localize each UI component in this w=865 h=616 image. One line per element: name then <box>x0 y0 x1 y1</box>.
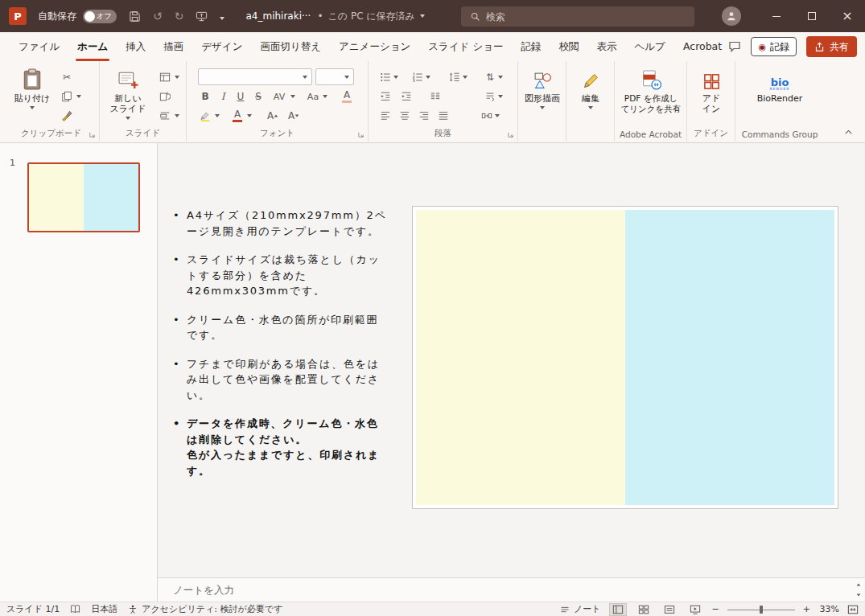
align-left-button[interactable] <box>377 108 394 124</box>
columns-button[interactable] <box>426 88 444 105</box>
text-highlight-chevron[interactable] <box>214 108 220 124</box>
bullets-chevron[interactable] <box>393 69 399 85</box>
tab-アニメーション[interactable]: アニメーション <box>330 32 419 61</box>
document-title[interactable]: a4_mihiraki··· <box>245 10 311 22</box>
character-spacing-chevron[interactable] <box>290 88 296 105</box>
bullets-button[interactable] <box>377 69 394 85</box>
language-indicator[interactable]: 日本語 <box>91 603 117 615</box>
numbering-button[interactable] <box>409 69 426 85</box>
font-color-chevron[interactable] <box>246 108 253 124</box>
notes-toggle-button[interactable]: ノート <box>560 603 601 615</box>
tab-表示[interactable]: 表示 <box>588 32 626 61</box>
present-icon[interactable] <box>196 10 208 23</box>
record-button[interactable]: ◉ 記録 <box>751 37 797 56</box>
font-dialog-launcher[interactable] <box>357 131 365 138</box>
character-spacing-button[interactable]: AV <box>269 88 290 105</box>
create-pdf-button[interactable]: PDF を作成し てリンクを共有 <box>617 65 685 114</box>
bold-button[interactable]: B <box>196 88 214 105</box>
editing-button[interactable]: 編集 <box>570 65 611 109</box>
tab-描画[interactable]: 描画 <box>154 32 192 61</box>
section-button[interactable] <box>156 108 174 124</box>
tab-画面切り替え[interactable]: 画面切り替え <box>251 32 330 61</box>
tab-スライド ショー[interactable]: スライド ショー <box>419 32 512 61</box>
redo-icon[interactable]: ↻ <box>175 10 184 22</box>
tab-デザイン[interactable]: デザイン <box>192 32 251 61</box>
maximize-button[interactable] <box>794 0 830 32</box>
copy-chevron[interactable] <box>76 88 82 105</box>
biorender-button[interactable]: bioRENDER BioRender <box>739 65 820 104</box>
search-input[interactable] <box>486 11 679 23</box>
addins-button[interactable]: アド イン <box>690 65 732 114</box>
share-button[interactable]: 共有 <box>806 36 857 57</box>
smartart-chevron[interactable] <box>494 108 500 124</box>
avatar[interactable] <box>722 6 741 26</box>
tab-校閲[interactable]: 校閲 <box>550 32 588 61</box>
change-case-chevron[interactable] <box>322 88 328 105</box>
tab-挿入[interactable]: 挿入 <box>117 32 154 61</box>
vertical-align-chevron[interactable] <box>497 69 504 85</box>
clear-formatting-button[interactable]: A <box>338 88 356 105</box>
notes-scrollbar[interactable] <box>854 580 863 600</box>
save-icon[interactable] <box>129 10 141 23</box>
vertical-align-button[interactable]: ⇅ <box>481 69 499 85</box>
new-slide-button[interactable]: 新しい スライド <box>105 65 151 120</box>
cut-button[interactable]: ✂ <box>58 69 76 85</box>
paste-button[interactable]: 貼り付け <box>11 65 53 109</box>
format-painter-button[interactable] <box>58 108 76 124</box>
font-size-select[interactable] <box>315 68 354 85</box>
line-spacing-button[interactable] <box>446 69 463 85</box>
line-spacing-chevron[interactable] <box>462 69 468 85</box>
undo-icon[interactable]: ↺ <box>153 10 163 22</box>
powerpoint-logo[interactable]: P <box>9 7 27 25</box>
slideshow-button[interactable] <box>686 603 704 616</box>
tab-Acrobat[interactable]: Acrobat <box>674 32 731 61</box>
save-status[interactable]: • この PC に保存済み <box>317 10 424 23</box>
tab-ファイル[interactable]: ファイル <box>10 32 68 61</box>
text-direction-chevron[interactable] <box>497 88 504 105</box>
scroll-down-icon[interactable] <box>854 590 863 600</box>
slide-sorter-view-button[interactable] <box>635 603 653 616</box>
font-name-select[interactable] <box>198 68 312 85</box>
text-direction-button[interactable] <box>481 88 499 105</box>
fit-slide-button[interactable] <box>847 604 859 615</box>
grow-font-button[interactable]: A <box>264 108 282 124</box>
notes-placeholder[interactable]: ノートを入力 <box>173 578 234 602</box>
font-color-button[interactable]: A <box>229 108 246 124</box>
align-right-button[interactable] <box>415 108 433 124</box>
reset-slide-button[interactable] <box>156 88 174 105</box>
slide-thumbnail[interactable] <box>27 162 140 232</box>
tab-ホーム[interactable]: ホーム <box>68 32 117 61</box>
underline-button[interactable]: U <box>232 88 249 105</box>
slide-indicator[interactable]: スライド 1/1 <box>6 603 60 615</box>
reading-view-button[interactable] <box>661 603 678 616</box>
align-center-button[interactable] <box>396 108 414 124</box>
paragraph-dialog-launcher[interactable] <box>507 131 514 138</box>
slide-layout-chevron[interactable] <box>174 69 180 85</box>
increase-indent-button[interactable] <box>397 88 415 105</box>
tab-記録[interactable]: 記録 <box>513 32 550 61</box>
zoom-slider-knob[interactable] <box>760 606 763 614</box>
slide[interactable] <box>412 206 838 509</box>
comments-button[interactable] <box>728 40 741 53</box>
slide-bullet-list[interactable]: A4サイズ（210mmx297mm）2ページ見開き用のテンプレートです。スライド… <box>171 207 390 491</box>
collapse-ribbon-button[interactable] <box>843 127 854 138</box>
decrease-indent-button[interactable] <box>377 88 394 105</box>
zoom-out-button[interactable]: − <box>712 604 719 614</box>
spellcheck-button[interactable] <box>70 604 80 614</box>
zoom-slider[interactable] <box>727 603 795 616</box>
tab-ヘルプ[interactable]: ヘルプ <box>626 32 674 61</box>
strikethrough-button[interactable]: S <box>249 88 267 105</box>
change-case-button[interactable]: Aa <box>304 88 322 105</box>
drawing-button[interactable]: 図形描画 <box>520 65 565 109</box>
numbering-chevron[interactable] <box>425 69 431 85</box>
copy-button[interactable] <box>58 88 76 105</box>
close-button[interactable]: × <box>830 0 865 32</box>
slide-layout-button[interactable] <box>156 69 174 85</box>
minimize-button[interactable] <box>759 0 794 32</box>
slide-canvas[interactable]: A4サイズ（210mmx297mm）2ページ見開き用のテンプレートです。スライド… <box>158 143 865 577</box>
scroll-up-icon[interactable] <box>854 580 863 589</box>
text-highlight-button[interactable] <box>196 108 214 124</box>
shrink-font-button[interactable]: A <box>285 108 303 124</box>
autosave-toggle[interactable]: オフ <box>83 10 117 23</box>
zoom-level[interactable]: 33% <box>818 604 839 614</box>
